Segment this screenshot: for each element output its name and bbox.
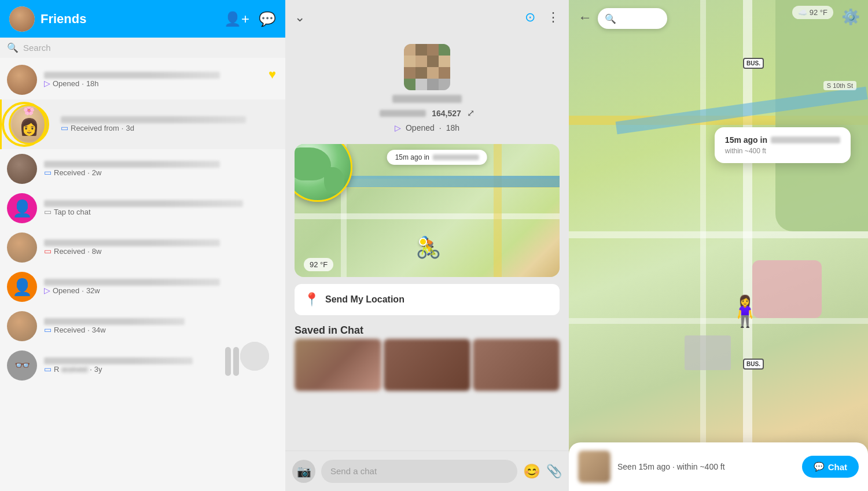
location-dot	[419, 238, 427, 246]
new-chat-icon[interactable]: 💬	[259, 11, 276, 27]
globe-land-2	[324, 167, 344, 194]
list-item[interactable]: 👤 ▷ Opened · 32w	[0, 267, 285, 307]
more-options-icon[interactable]: ⋮	[547, 10, 560, 25]
opened-time: 18h	[446, 123, 459, 132]
callout-time: 15m ago in	[395, 153, 429, 161]
globe-inner	[295, 144, 351, 200]
friend-avatar	[7, 232, 37, 263]
street-label-1: S 10th St	[823, 81, 856, 90]
camera-button[interactable]: 📷	[292, 460, 315, 483]
chat-header-icons: ⊙ ⋮	[525, 10, 560, 25]
friend-avatar	[7, 65, 37, 95]
received-icon: ▭	[61, 123, 68, 132]
send-location-label: Send My Location	[325, 294, 404, 305]
share-icon[interactable]: ⤢	[467, 108, 475, 119]
location-pin-icon: 📍	[304, 292, 319, 307]
friend-info: ▭ Tap to chat	[44, 200, 278, 216]
sticker-button[interactable]: 📎	[546, 464, 562, 479]
list-item[interactable]: ▷ Opened · 18h ♥	[0, 60, 285, 99]
friend-status: ▭ Tap to chat	[44, 207, 278, 216]
username-bar	[380, 110, 426, 117]
received-icon: ▭	[44, 168, 52, 177]
sent-icon: ▷	[44, 79, 50, 88]
map-location-section[interactable]: 🚴 15m ago in 92 °F	[295, 144, 560, 277]
opened-label: Opened	[406, 123, 435, 132]
friend-status: ▭ Received · 34w	[44, 325, 278, 334]
saved-in-chat-section: Saved in Chat	[295, 322, 560, 391]
send-location-button[interactable]: 📍 Send My Location	[295, 284, 560, 315]
friend-status: ▭ Received · 8w	[44, 246, 278, 256]
friend-avatar: 👓	[7, 350, 37, 381]
friend-avatar	[7, 311, 37, 341]
map-search-icon: 🔍	[605, 13, 616, 24]
bitmoji-right-map: 🧍‍♀️	[726, 294, 764, 329]
search-placeholder: Search	[23, 43, 51, 53]
emoji-button[interactable]: 😊	[523, 463, 540, 479]
location-popup: 15m ago in within ~400 ft	[715, 127, 851, 163]
friend-status: ▭ Received · 2w	[44, 168, 278, 177]
snap-map-background: S 10th St BUS. BUS. 🧍‍♀️	[569, 0, 868, 491]
saved-image-3[interactable]	[473, 339, 560, 391]
friends-list: ▷ Opened · 18h ♥ 👩 🌸 ▭	[0, 58, 285, 491]
location-popup-time: 15m ago in	[725, 135, 840, 145]
chat-button-label: Chat	[828, 462, 847, 472]
received-red-icon: ▭	[44, 246, 52, 256]
status-dot: ·	[439, 123, 442, 132]
bottom-chat-card: Seen 15m ago · within ~400 ft 💬 Chat	[569, 442, 868, 491]
chat-input-bar: 📷 Send a chat 😊 📎	[285, 451, 569, 491]
list-item[interactable]: ▭ Received · 2w	[0, 149, 285, 189]
friend-status: ▷ Opened · 32w	[44, 286, 278, 295]
back-icon[interactable]: ⌄	[295, 10, 305, 25]
contact-info-card: Seen 15m ago · within ~400 ft	[617, 462, 795, 471]
search-bar[interactable]: 🔍 Search	[0, 38, 285, 58]
list-item[interactable]: 👩 🌸 ▭ Received from · 3d	[0, 99, 285, 149]
friends-header: Friends 👤+ 💬	[0, 0, 285, 38]
snap-status-row: ▷ Opened · 18h	[395, 123, 459, 132]
friend-info: ▭ Received · 2w	[44, 161, 278, 177]
chat-panel: ⌄ ⊙ ⋮	[285, 0, 569, 491]
list-item[interactable]: ▭ Received · 8w	[0, 228, 285, 267]
sent-icon: ▷	[44, 286, 50, 295]
location-popup-subtitle: within ~400 ft	[725, 147, 840, 155]
snap-score-row: 164,527 ⤢	[380, 108, 475, 119]
snap-map-panel: S 10th St BUS. BUS. 🧍‍♀️ ← 🔍 ☁️ 92 °F ⚙️…	[569, 0, 868, 491]
opened-icon: ▷	[395, 123, 401, 132]
camera-icon[interactable]: ⊙	[525, 10, 535, 25]
map-header-left: ← 🔍	[578, 9, 592, 25]
list-item[interactable]: 👤 ▭ Tap to chat	[0, 189, 285, 228]
friend-avatar: 👤	[7, 193, 37, 223]
chat-button[interactable]: 💬 Chat	[802, 456, 859, 478]
map-back-icon[interactable]: ←	[578, 9, 592, 25]
saved-image-2[interactable]	[384, 339, 470, 391]
search-icon: 🔍	[7, 42, 19, 53]
user-avatar[interactable]	[9, 6, 35, 32]
add-friend-icon[interactable]: 👤+	[224, 11, 249, 27]
friend-name	[44, 72, 220, 79]
chat-content: 164,527 ⤢ ▷ Opened · 18h 🚴	[285, 35, 569, 451]
best-friend-heart: ♥	[269, 67, 276, 82]
weather-badge: ☁️ 92 °F	[792, 6, 833, 19]
map-search-bar[interactable]: 🔍	[598, 8, 667, 29]
friend-info: ▷ Opened · 18h	[44, 72, 278, 88]
map-settings-icon[interactable]: ⚙️	[841, 8, 860, 26]
map-location-callout: 15m ago in	[387, 150, 487, 165]
chat-header: ⌄ ⊙ ⋮	[285, 0, 569, 35]
friend-name	[44, 279, 220, 286]
map-road-2	[295, 213, 560, 219]
chat-button-icon: 💬	[814, 462, 825, 472]
friend-info: ▭ Received · 34w	[44, 318, 278, 334]
list-item[interactable]: ▭ Received · 34w	[0, 307, 285, 346]
friends-title: Friends	[41, 12, 218, 27]
saved-image-1[interactable]	[295, 339, 381, 391]
snap-score: 164,527	[432, 109, 461, 118]
list-item[interactable]: 👓 ▭ Received · 3y	[0, 346, 285, 385]
bus-sign-2: BUS.	[743, 359, 764, 370]
friend-name	[61, 116, 246, 123]
friend-info: ▭ Received from · 3d	[61, 116, 278, 132]
chat-input-field[interactable]: Send a chat	[321, 460, 517, 483]
map-header: ← 🔍 ☁️ 92 °F ⚙️	[569, 0, 868, 35]
saved-in-chat-title: Saved in Chat	[295, 322, 560, 339]
callout-location-name	[433, 154, 479, 160]
friend-avatar	[7, 154, 37, 184]
received-icon: ▭	[44, 325, 52, 334]
